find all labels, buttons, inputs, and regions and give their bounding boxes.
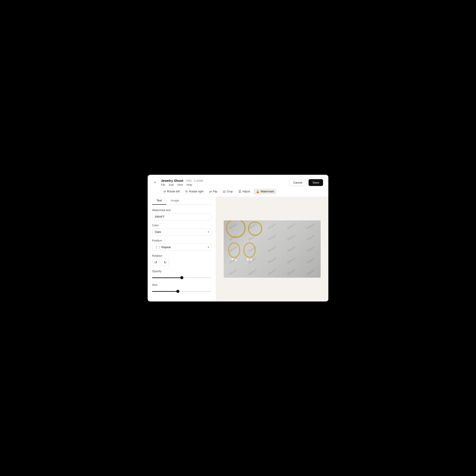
header-actions: Cancel Save <box>289 179 323 186</box>
pearl4 <box>250 259 252 261</box>
color-select-wrap: Dark Light Custom ▾ <box>152 228 211 236</box>
position-select[interactable]: ⋮⋮ Repeat Center Top Left Top Right Bott… <box>152 243 211 251</box>
position-select-wrap: ⋮⋮ Repeat Center Top Left Top Right Bott… <box>152 243 211 251</box>
title-block: Jewelry Shoot PNG · 3.45MB File Edit Vie… <box>161 179 287 187</box>
rotation-ccw-button[interactable]: ↺ <box>152 259 160 266</box>
watermark-text-label: Watermark text <box>152 209 211 212</box>
rotate-left-label: Rotate left <box>167 190 180 193</box>
pearl3 <box>247 258 249 260</box>
image-canvas: DRAFT DRAFT DRAFT DRAFT DRAFT DRAFT DRAF… <box>224 220 321 278</box>
draft-cell: DRAFT <box>261 262 283 278</box>
tab-image[interactable]: Image <box>166 197 184 205</box>
opacity-label: Opacity <box>152 270 211 273</box>
editor-body: Text Image Watermark text Color Dark Lig… <box>148 197 328 302</box>
draft-cell: DRAFT <box>300 228 321 247</box>
opacity-group: Opacity <box>152 270 211 280</box>
size-group: Size <box>152 283 211 293</box>
adjust-icon: ☰ <box>238 190 241 193</box>
draft-cell: DRAFT <box>280 220 303 236</box>
file-title: Jewelry Shoot <box>161 179 183 183</box>
rotate-right-button[interactable]: ↻ Rotate right <box>183 189 206 194</box>
draft-cell: DRAFT <box>300 239 321 259</box>
menu-help[interactable]: Help <box>187 183 192 187</box>
file-meta: PNG · 3.45MB <box>186 179 203 183</box>
rotate-right-icon: ↻ <box>185 190 188 193</box>
crop-button[interactable]: ⊡ Crop <box>221 189 235 194</box>
draft-cell: DRAFT <box>300 262 321 278</box>
flip-icon: ⇄ <box>209 190 212 193</box>
cancel-button[interactable]: Cancel <box>289 179 306 186</box>
size-slider-wrap <box>152 288 211 293</box>
rotate-left-icon: ↺ <box>163 190 166 193</box>
modal-header: × Jewelry Shoot PNG · 3.45MB File Edit V… <box>148 175 328 187</box>
image-preview-area: DRAFT DRAFT DRAFT DRAFT DRAFT DRAFT DRAF… <box>216 197 328 302</box>
crop-icon: ⊡ <box>223 190 226 193</box>
earring-ring-small2 <box>243 242 256 258</box>
adjust-button[interactable]: ☰ Adjust <box>236 189 253 194</box>
rotation-group: Rotation ↺ ↻ <box>152 254 211 266</box>
earring-ring-medium <box>248 221 262 236</box>
sidebar-panel: Text Image Watermark text Color Dark Lig… <box>148 197 216 302</box>
save-button[interactable]: Save <box>308 179 323 186</box>
draft-cell: DRAFT <box>261 239 283 259</box>
watermark-button[interactable]: 🔒 Watermark <box>254 189 277 194</box>
color-group: Color Dark Light Custom ▾ <box>152 224 211 236</box>
menu-edit[interactable]: Edit <box>169 183 174 187</box>
rotation-cw-button[interactable]: ↻ <box>161 259 169 266</box>
menu-view[interactable]: View <box>177 183 183 187</box>
draft-cell: DRAFT <box>241 262 264 278</box>
draft-cell: DRAFT <box>280 251 303 270</box>
position-label: Position <box>152 239 211 242</box>
menu-bar: File Edit View Help <box>161 183 287 187</box>
tab-text[interactable]: Text <box>152 197 166 205</box>
flip-label: Flip <box>213 190 217 193</box>
watermark-icon: 🔒 <box>256 190 260 193</box>
draft-cell: DRAFT <box>300 251 321 270</box>
adjust-label: Adjust <box>242 190 250 193</box>
pearl2 <box>235 259 237 261</box>
earring-ring-small1 <box>228 242 240 258</box>
color-select[interactable]: Dark Light Custom <box>152 228 211 236</box>
close-icon: × <box>154 181 156 185</box>
watermark-text-group: Watermark text <box>152 209 211 220</box>
rotation-buttons: ↺ ↻ <box>152 259 211 266</box>
sidebar-tabs: Text Image <box>152 197 211 205</box>
draft-cell: DRAFT <box>280 239 303 259</box>
draft-cell: DRAFT <box>300 220 321 236</box>
opacity-slider[interactable] <box>152 277 211 278</box>
draft-cell: DRAFT <box>261 251 283 270</box>
draft-cell: DRAFT <box>280 228 303 247</box>
draft-cell: DRAFT <box>261 220 283 236</box>
photo-background: DRAFT DRAFT DRAFT DRAFT DRAFT DRAFT DRAF… <box>224 220 321 278</box>
watermark-label: Watermark <box>261 190 274 193</box>
opacity-slider-wrap <box>152 274 211 280</box>
earring-ring-large <box>226 220 246 238</box>
position-group: Position ⋮⋮ Repeat Center Top Left Top R… <box>152 239 211 251</box>
crop-label: Crop <box>227 190 233 193</box>
color-label: Color <box>152 224 211 227</box>
menu-file[interactable]: File <box>161 183 165 187</box>
toolbar: ↺ Rotate left ↻ Rotate right ⇄ Flip ⊡ Cr… <box>148 187 328 194</box>
rotate-left-button[interactable]: ↺ Rotate left <box>161 189 182 194</box>
flip-button[interactable]: ⇄ Flip <box>207 189 220 194</box>
draft-cell: DRAFT <box>280 262 303 278</box>
rotation-label: Rotation <box>152 254 211 257</box>
draft-cell: DRAFT <box>224 262 245 278</box>
close-button[interactable]: × <box>152 179 158 186</box>
size-slider[interactable] <box>152 291 211 292</box>
draft-cell: DRAFT <box>261 228 283 247</box>
watermark-text-input[interactable] <box>152 213 211 220</box>
editor-modal: × Jewelry Shoot PNG · 3.45MB File Edit V… <box>148 175 328 302</box>
pearl1 <box>231 258 234 260</box>
rotate-right-label: Rotate right <box>189 190 204 193</box>
size-label: Size <box>152 283 211 287</box>
